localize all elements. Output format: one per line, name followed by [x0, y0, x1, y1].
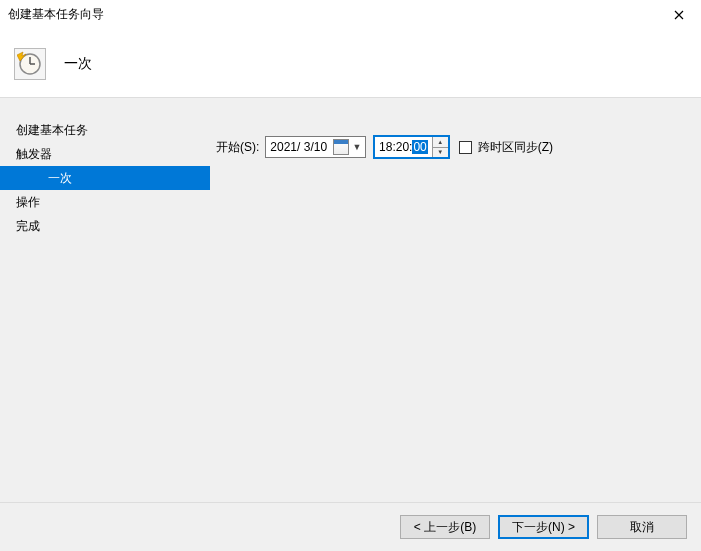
clock-icon [14, 48, 46, 80]
wizard-body: 创建基本任务 触发器 一次 操作 完成 开始(S): 2021/ 3/10 ▼ … [0, 98, 701, 502]
sidebar-item-create-task[interactable]: 创建基本任务 [0, 118, 210, 142]
time-spinner: ▲ ▼ [432, 137, 448, 157]
calendar-icon [333, 139, 349, 155]
page-title: 一次 [64, 55, 92, 73]
wizard-content: 开始(S): 2021/ 3/10 ▼ 18:20:00 ▲ ▼ 跨时区同步(Z… [210, 98, 701, 502]
start-date-picker[interactable]: 2021/ 3/10 ▼ [265, 136, 366, 158]
sync-timezone-field: 跨时区同步(Z) [459, 136, 553, 158]
window-title: 创建基本任务向导 [8, 6, 104, 23]
sidebar-item-once[interactable]: 一次 [0, 166, 210, 190]
chevron-down-icon: ▼ [351, 142, 363, 152]
wizard-sidebar: 创建基本任务 触发器 一次 操作 完成 [0, 98, 210, 502]
time-prefix: 18:20: [379, 140, 412, 154]
wizard-header: 一次 [0, 30, 701, 98]
sidebar-item-finish[interactable]: 完成 [0, 214, 210, 238]
sync-timezone-label: 跨时区同步(Z) [478, 136, 553, 158]
next-button[interactable]: 下一步(N) > [498, 515, 589, 539]
cancel-button[interactable]: 取消 [597, 515, 687, 539]
date-value: 2021/ 3/10 [270, 140, 327, 154]
start-time-input[interactable]: 18:20:00 ▲ ▼ [374, 136, 449, 158]
sidebar-item-action[interactable]: 操作 [0, 190, 210, 214]
sidebar-item-trigger[interactable]: 触发器 [0, 142, 210, 166]
time-value: 18:20:00 [375, 137, 432, 157]
close-icon [674, 10, 684, 20]
spinner-down-button[interactable]: ▼ [433, 148, 448, 158]
start-label: 开始(S): [216, 136, 259, 158]
titlebar: 创建基本任务向导 [0, 0, 701, 30]
sync-timezone-checkbox[interactable] [459, 141, 472, 154]
time-seconds-selected: 00 [412, 140, 427, 154]
close-button[interactable] [656, 0, 701, 30]
wizard-footer: < 上一步(B) 下一步(N) > 取消 [0, 502, 701, 551]
spinner-up-button[interactable]: ▲ [433, 137, 448, 148]
back-button[interactable]: < 上一步(B) [400, 515, 490, 539]
